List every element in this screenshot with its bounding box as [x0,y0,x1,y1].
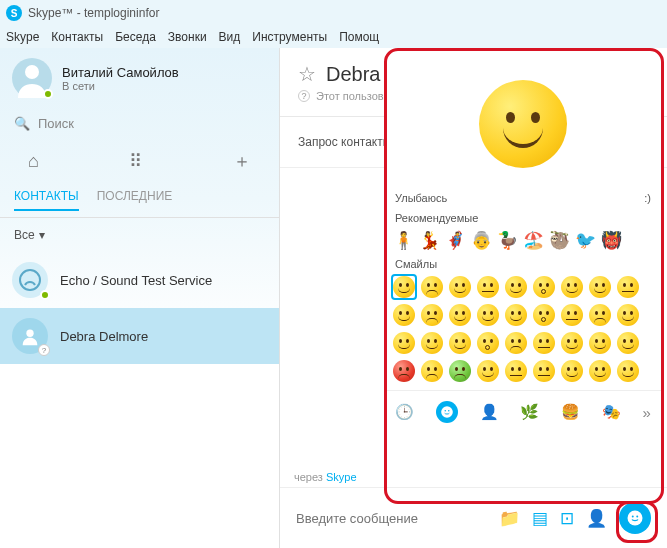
cat-objects-icon[interactable]: 🎭 [602,403,621,421]
emoji-item[interactable] [475,274,501,300]
add-icon[interactable]: ＋ [233,149,251,173]
emoji-item[interactable] [531,358,557,384]
svg-point-1 [20,270,40,290]
emoji-item[interactable]: 🦆 [495,228,519,252]
menu-help[interactable]: Помощ [339,30,379,44]
emoji-item[interactable] [391,302,417,328]
svg-point-8 [448,410,450,412]
video-message-icon[interactable]: ⊡ [560,508,574,529]
emoji-item[interactable] [559,330,585,356]
emoji-item[interactable] [615,302,641,328]
favorite-icon[interactable]: ☆ [298,62,316,86]
menu-skype[interactable]: Skype [6,30,39,44]
emoji-item[interactable] [503,330,529,356]
emoji-item[interactable] [419,302,445,328]
contact-item[interactable]: Echo / Sound Test Service [0,252,279,308]
emoji-item[interactable] [559,274,585,300]
emoji-item[interactable] [391,358,417,384]
tab-contacts[interactable]: КОНТАКТЫ [14,183,79,211]
emoji-item[interactable]: 💃 [417,228,441,252]
emoji-item[interactable] [503,302,529,328]
message-input[interactable] [296,511,485,526]
emoji-item[interactable] [447,358,473,384]
emoji-item[interactable]: 🐦 [573,228,597,252]
menubar: Skype Контакты Беседа Звонки Вид Инструм… [0,26,667,48]
menu-contacts[interactable]: Контакты [51,30,103,44]
emoji-item[interactable] [587,358,613,384]
emoji-item[interactable]: 🦥 [547,228,571,252]
search-icon: 🔍 [14,116,30,131]
emoji-item[interactable] [419,358,445,384]
send-image-icon[interactable]: ▤ [532,508,548,529]
search-input[interactable]: 🔍 Поиск [0,108,279,139]
menu-chat[interactable]: Беседа [115,30,156,44]
emoji-item[interactable] [531,330,557,356]
contact-avatar: ? [12,318,48,354]
emoji-item[interactable] [587,274,613,300]
emoji-item[interactable] [419,274,445,300]
emoji-item[interactable] [447,330,473,356]
emoji-item[interactable] [447,302,473,328]
svg-point-0 [25,65,39,79]
cat-people-icon[interactable]: 👤 [480,403,499,421]
emoji-item[interactable] [391,330,417,356]
emoji-item[interactable] [615,330,641,356]
emoji-item[interactable] [475,302,501,328]
filter-label: Все [14,228,35,242]
emoji-button[interactable] [619,502,651,534]
recommended-row: 🧍 💃 🦸 👵 🦆 🏖️ 🦥 🐦 👹 [385,226,661,254]
emoji-categories: 🕒 👤 🌿 🍔 🎭 » [385,390,661,429]
filter-dropdown[interactable]: Все ▾ [0,218,279,252]
cat-nature-icon[interactable]: 🌿 [520,403,539,421]
svg-point-4 [632,516,634,518]
emoji-item[interactable]: 🦸 [443,228,467,252]
message-input-bar: 📁 ▤ ⊡ 👤 [280,487,667,548]
emoji-item[interactable] [503,274,529,300]
via-link[interactable]: Skype [326,471,357,483]
send-file-icon[interactable]: 📁 [499,508,520,529]
emoji-item[interactable] [615,358,641,384]
emoji-item[interactable] [559,358,585,384]
menu-view[interactable]: Вид [219,30,241,44]
contact-name: Echo / Sound Test Service [60,273,212,288]
emoji-item[interactable]: 🧍 [391,228,415,252]
more-icon[interactable]: » [643,404,651,421]
emoji-preview [385,50,661,188]
emoji-item[interactable] [531,302,557,328]
emoji-item[interactable] [559,302,585,328]
dialpad-icon[interactable]: ⠿ [129,150,142,172]
contact-name: Debra Delmore [60,329,148,344]
emoji-item[interactable] [587,302,613,328]
emoji-item[interactable]: 🏖️ [521,228,545,252]
profile-section[interactable]: Виталий Самойлов В сети [0,48,279,108]
emoji-item[interactable] [503,358,529,384]
info-icon: ? [298,90,310,102]
cat-recent-icon[interactable]: 🕒 [395,403,414,421]
emoji-item[interactable]: 👹 [599,228,623,252]
svg-point-6 [441,406,453,418]
emoji-item[interactable] [475,358,501,384]
emoji-item[interactable] [391,274,417,300]
emoji-item[interactable] [531,274,557,300]
avatar [12,58,52,98]
profile-status: В сети [62,80,179,92]
menu-calls[interactable]: Звонки [168,30,207,44]
via-line: через Skype [280,467,667,487]
contact-item[interactable]: ? Debra Delmore [0,308,279,364]
emoji-item[interactable] [615,274,641,300]
home-icon[interactable]: ⌂ [28,151,39,172]
emoji-item[interactable]: 👵 [469,228,493,252]
emoji-item[interactable] [587,330,613,356]
smiles-label: Смайлы [385,254,661,272]
emoji-item[interactable] [475,330,501,356]
menu-tools[interactable]: Инструменты [252,30,327,44]
emoji-item[interactable] [447,274,473,300]
svg-point-5 [636,516,638,518]
status-unknown-icon: ? [38,344,50,356]
send-contact-icon[interactable]: 👤 [586,508,607,529]
cat-food-icon[interactable]: 🍔 [561,403,580,421]
cat-smiles-icon[interactable] [436,401,458,423]
tab-recent[interactable]: ПОСЛЕДНИЕ [97,183,173,211]
window-title: Skype™ - templogininfor [28,6,159,20]
emoji-item[interactable] [419,330,445,356]
